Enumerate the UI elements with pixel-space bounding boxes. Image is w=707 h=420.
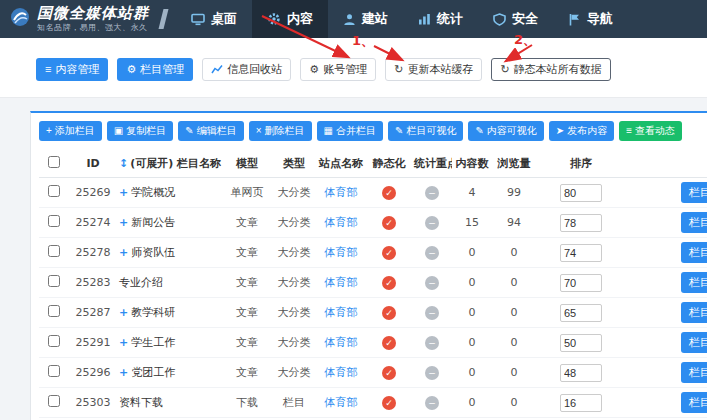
nav-item-navigation[interactable]: 导航 bbox=[553, 0, 628, 38]
site-link[interactable]: 体育部 bbox=[325, 246, 358, 259]
column-action-button[interactable]: ✎ 栏目可视化 bbox=[388, 121, 463, 141]
static-enabled-icon[interactable]: ✓ bbox=[382, 366, 396, 380]
nav-item-statistics[interactable]: 统计 bbox=[403, 0, 478, 38]
stat-focus-off-icon[interactable]: − bbox=[425, 336, 439, 350]
sort-input[interactable] bbox=[560, 214, 602, 232]
column-action-button[interactable]: ≡ 查看动态 bbox=[619, 121, 682, 141]
row-checkbox[interactable] bbox=[48, 185, 60, 197]
expand-icon[interactable]: + bbox=[119, 306, 128, 319]
static-enabled-icon[interactable]: ✓ bbox=[382, 246, 396, 260]
static-all-site-data-button[interactable]: ↻ 静态本站所有数据 bbox=[491, 58, 610, 81]
row-checkbox[interactable] bbox=[48, 395, 60, 407]
row-name-cell: 资料下载 bbox=[117, 388, 222, 418]
static-enabled-icon[interactable]: ✓ bbox=[382, 396, 396, 410]
sort-input[interactable] bbox=[560, 184, 602, 202]
desktop-icon bbox=[191, 13, 205, 26]
column-action-button[interactable]: ✎ 内容可视化 bbox=[468, 121, 543, 141]
static-enabled-icon[interactable]: ✓ bbox=[382, 276, 396, 290]
sort-icon[interactable]: ↕ bbox=[119, 157, 128, 170]
sort-input[interactable] bbox=[560, 364, 602, 382]
site-link[interactable]: 体育部 bbox=[325, 366, 358, 379]
row-views: 0 bbox=[492, 268, 536, 298]
site-link[interactable]: 体育部 bbox=[325, 396, 358, 409]
nav-item-site-build[interactable]: 建站 bbox=[328, 0, 403, 38]
button-icon: ➤ bbox=[556, 126, 564, 136]
column-manage-button[interactable]: 栏目管理 bbox=[681, 332, 707, 353]
site-link[interactable]: 体育部 bbox=[325, 276, 358, 289]
column-name-link[interactable]: 新闻公告 bbox=[131, 216, 175, 229]
column-manage-button[interactable]: 栏目管理 bbox=[681, 242, 707, 263]
stat-focus-off-icon[interactable]: − bbox=[425, 216, 439, 230]
table-row: 25303 资料下载 下载 栏目 体育部 ✓ − 0 0 栏目管理 bbox=[39, 388, 707, 418]
column-manage-button[interactable]: 栏目管理 bbox=[681, 182, 707, 203]
static-enabled-icon[interactable]: ✓ bbox=[382, 306, 396, 320]
column-name-link[interactable]: 学生工作 bbox=[131, 336, 175, 349]
column-action-button[interactable]: ▣ 复制栏目 bbox=[107, 121, 173, 141]
static-enabled-icon[interactable]: ✓ bbox=[382, 336, 396, 350]
column-name-link[interactable]: 学院概况 bbox=[131, 186, 175, 199]
column-action-button[interactable]: ➤ 发布内容 bbox=[549, 121, 614, 141]
stat-focus-off-icon[interactable]: − bbox=[425, 396, 439, 410]
expand-icon[interactable]: + bbox=[119, 366, 128, 379]
stat-focus-off-icon[interactable]: − bbox=[425, 246, 439, 260]
select-all-checkbox[interactable] bbox=[48, 156, 60, 168]
row-sort-cell bbox=[536, 268, 626, 298]
stat-focus-off-icon[interactable]: − bbox=[425, 276, 439, 290]
gear-icon: ⚙ bbox=[309, 64, 319, 75]
row-action-cell: 栏目管理 bbox=[626, 238, 707, 268]
row-checkbox[interactable] bbox=[48, 365, 60, 377]
column-manage-button[interactable]: 栏目管理 bbox=[681, 212, 707, 233]
sort-input[interactable] bbox=[560, 394, 602, 412]
column-name-link[interactable]: 教学科研 bbox=[131, 306, 175, 319]
column-action-button[interactable]: ▦ 合并栏目 bbox=[317, 121, 383, 141]
sort-input[interactable] bbox=[560, 304, 602, 322]
row-checkbox[interactable] bbox=[48, 275, 60, 287]
sort-input[interactable] bbox=[560, 244, 602, 262]
row-content-count: 0 bbox=[452, 238, 492, 268]
column-manage-button[interactable]: 栏目管理 bbox=[681, 392, 707, 413]
stat-focus-off-icon[interactable]: − bbox=[425, 366, 439, 380]
nav-item-security[interactable]: 安全 bbox=[478, 0, 553, 38]
nav-item-desktop[interactable]: 桌面 bbox=[176, 0, 252, 38]
row-checkbox[interactable] bbox=[48, 335, 60, 347]
content-manage-button[interactable]: ≡ 内容管理 bbox=[36, 58, 108, 81]
row-model: 文章 bbox=[222, 358, 272, 388]
site-link[interactable]: 体育部 bbox=[325, 186, 358, 199]
column-name-link[interactable]: 专业介绍 bbox=[119, 276, 163, 289]
stat-focus-off-icon[interactable]: − bbox=[425, 186, 439, 200]
site-link[interactable]: 体育部 bbox=[325, 306, 358, 319]
sort-input[interactable] bbox=[560, 334, 602, 352]
column-action-button[interactable]: ✎ 编辑栏目 bbox=[178, 121, 243, 141]
expand-icon[interactable]: + bbox=[119, 186, 128, 199]
row-site-cell: 体育部 bbox=[316, 268, 366, 298]
sort-input[interactable] bbox=[560, 274, 602, 292]
table-header: ID ↕(可展开) 栏目名称 模型 类型 站点名称 静态化 统计重点 内容数 浏… bbox=[39, 150, 707, 178]
stat-focus-off-icon[interactable]: − bbox=[425, 306, 439, 320]
column-manage-tab-button[interactable]: ⚙ 栏目管理 bbox=[117, 58, 193, 81]
column-name-link[interactable]: 师资队伍 bbox=[131, 246, 175, 259]
column-manage-button[interactable]: 栏目管理 bbox=[681, 272, 707, 293]
static-enabled-icon[interactable]: ✓ bbox=[382, 186, 396, 200]
update-site-cache-button[interactable]: ↻ 更新本站缓存 bbox=[385, 58, 482, 81]
expand-icon[interactable]: + bbox=[119, 246, 128, 259]
column-action-button[interactable]: + 添加栏目 bbox=[39, 121, 102, 141]
column-name-link[interactable]: 资料下载 bbox=[119, 396, 163, 409]
site-link[interactable]: 体育部 bbox=[325, 336, 358, 349]
expand-icon[interactable]: + bbox=[119, 336, 128, 349]
button-label: 查看动态 bbox=[635, 124, 675, 138]
nav-item-content[interactable]: 内容 bbox=[252, 0, 328, 38]
row-checkbox[interactable] bbox=[48, 245, 60, 257]
row-checkbox[interactable] bbox=[48, 215, 60, 227]
row-content-count: 15 bbox=[452, 208, 492, 238]
account-manage-button[interactable]: ⚙ 账号管理 bbox=[300, 58, 376, 81]
column-action-button[interactable]: × 删除栏目 bbox=[249, 121, 312, 141]
row-checkbox-cell bbox=[39, 298, 69, 328]
column-name-link[interactable]: 党团工作 bbox=[131, 366, 175, 379]
info-recycle-bin-button[interactable]: 信息回收站 bbox=[202, 58, 291, 81]
column-manage-button[interactable]: 栏目管理 bbox=[681, 302, 707, 323]
expand-icon[interactable]: + bbox=[119, 216, 128, 229]
static-enabled-icon[interactable]: ✓ bbox=[382, 216, 396, 230]
row-checkbox[interactable] bbox=[48, 305, 60, 317]
column-manage-button[interactable]: 栏目管理 bbox=[681, 362, 707, 383]
site-link[interactable]: 体育部 bbox=[325, 216, 358, 229]
